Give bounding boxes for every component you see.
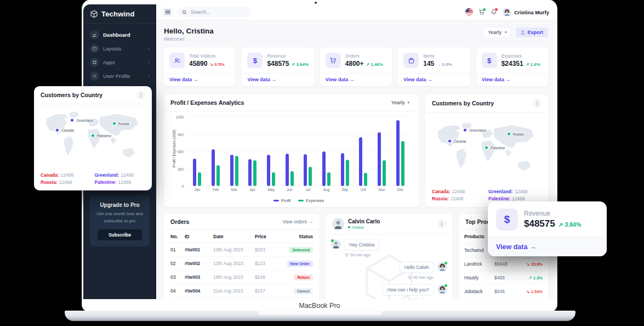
bar-group-feb — [207, 149, 225, 186]
chevron-down-icon: ▾ — [505, 30, 507, 35]
sidebar-item-label: Apps — [103, 59, 115, 65]
export-button[interactable]: Export — [516, 27, 548, 37]
column-header: Date — [213, 234, 255, 239]
subscribe-button[interactable]: Subscribe — [98, 229, 143, 240]
country-value: 12468 — [118, 179, 132, 185]
view-data-link[interactable]: View data → — [398, 73, 470, 86]
message-timestamp: 45 min ago — [331, 275, 434, 280]
bar-group-aug — [317, 151, 336, 186]
country-name: Palestine: — [488, 196, 510, 201]
chat-message: Hello Calvin — [331, 262, 447, 273]
y-tick-label: 600 — [174, 150, 184, 154]
product-row: Landrick$5648↘ 15.8% — [464, 257, 543, 271]
sidebar-item-dashboard[interactable]: Dashboard — [88, 29, 151, 41]
upgrade-title: Upgrade to Pro — [94, 202, 145, 208]
notification-bell-icon[interactable] — [491, 9, 497, 15]
kebab-menu-icon[interactable]: ⋮ — [437, 220, 446, 228]
view-data-link[interactable]: View data → — [164, 73, 236, 86]
stat-label: Orders — [345, 53, 383, 59]
country-value: 12468 — [451, 196, 464, 201]
marker-label: Russia — [117, 121, 130, 125]
trend-up-icon: ↗ — [558, 221, 563, 228]
sidebar-item-user-profile[interactable]: User Profile› — [88, 70, 151, 82]
bar-expenses — [216, 165, 220, 186]
search-icon — [182, 10, 187, 15]
sidebar-item-apps[interactable]: Apps› — [88, 57, 151, 68]
sidebar-item-layouts[interactable]: Layouts› — [88, 43, 151, 54]
product-name: Landrick — [464, 261, 494, 267]
bar-profit — [212, 149, 215, 186]
chat-bubble: How can i help you? — [382, 284, 434, 295]
view-data-link[interactable]: View data → — [320, 73, 392, 86]
map-marker-greenland: Greenland — [464, 128, 487, 132]
sidebar-item-label: Dashboard — [103, 32, 130, 38]
product-price: $546 — [494, 289, 518, 294]
chart-legend: ProfitExpenses — [186, 195, 412, 207]
table-header-row: No.IDDatePriceStatus — [170, 230, 313, 243]
avatar — [331, 239, 341, 249]
order-row: 02#tw00213th Aug 2023$123New Order — [170, 257, 313, 271]
order-no: 02 — [170, 261, 185, 266]
order-date: 21st Aug 2023 — [213, 288, 255, 294]
bar-group-sep — [335, 153, 354, 186]
clock-icon — [408, 276, 412, 279]
user-menu[interactable]: Cristina Murfy — [503, 8, 549, 16]
bar-profit — [193, 159, 196, 186]
period-select[interactable]: Yearly ▾ — [483, 27, 511, 38]
page-subtitle: Welcome! — [164, 36, 214, 42]
bar-group-dec — [391, 120, 409, 186]
arrow-right-icon: → — [505, 77, 510, 82]
customers-by-country-float-card: Customers by Country ⋮ CanadaGreenlandRu… — [34, 86, 152, 190]
marker-label: Russia — [512, 132, 525, 136]
bar-group-oct — [354, 137, 373, 186]
world-map: CanadaGreenlandRussiaPalestine — [431, 116, 543, 184]
bar-group-nov — [373, 132, 391, 186]
arrow-right-icon: → — [350, 77, 355, 82]
chart-bars — [186, 117, 412, 186]
chat-status: Online — [348, 225, 434, 230]
x-tick-label: Aug — [317, 188, 336, 192]
brand[interactable]: Techwind — [83, 4, 156, 24]
status-badge: Delivered — [289, 247, 313, 253]
stat-value: $24351 — [501, 60, 523, 68]
search-input[interactable] — [190, 9, 247, 15]
bar-profit — [396, 120, 400, 186]
sidebar-item-label: User Profile — [103, 73, 130, 79]
legend-item-profit[interactable]: Profit — [273, 198, 291, 203]
country-stat-palestine: Palestine:12468 — [95, 179, 146, 185]
legend-item-expenses[interactable]: Expenses — [298, 198, 324, 203]
kebab-menu-icon[interactable]: ⋮ — [533, 99, 542, 108]
revenue-value: $48575 — [524, 218, 555, 229]
shopping-cart-icon[interactable] — [478, 9, 485, 15]
order-id: #tw004 — [185, 288, 213, 294]
order-no: 03 — [170, 274, 185, 280]
x-tick-label: Jan — [188, 188, 207, 192]
map-marker-canada: Canada — [448, 139, 468, 143]
search-box[interactable] — [178, 7, 251, 17]
us-flag-icon[interactable] — [465, 8, 473, 16]
x-tick-label: Jun — [280, 188, 299, 192]
kebab-menu-icon[interactable]: ⋮ — [136, 91, 145, 99]
y-tick-label: 0 — [174, 184, 184, 188]
order-price: $123 — [255, 261, 279, 266]
chart-period-select[interactable]: Yearly ▾ — [388, 99, 413, 106]
menu-toggle-icon[interactable] — [163, 7, 173, 17]
message-timestamp: 59 min ago — [345, 252, 447, 257]
y-tick-label: 300 — [174, 167, 184, 171]
bar-expenses — [235, 156, 238, 186]
view-data-link[interactable]: View data → — [242, 73, 314, 86]
view-data-link[interactable]: View data → — [476, 73, 548, 86]
legend-label: Expenses — [306, 198, 324, 203]
upload-icon — [521, 30, 525, 35]
view-orders-link[interactable]: View orders → — [282, 219, 313, 224]
stat-label: Expenses — [501, 53, 540, 59]
chevron-down-icon: ▾ — [407, 100, 409, 105]
country-value: 12468 — [515, 189, 528, 194]
country-stat-canada: Canada:12468 — [41, 172, 92, 178]
bar-profit — [341, 153, 344, 186]
x-tick-label: Apr — [243, 188, 262, 192]
product-name: Hously — [464, 275, 494, 280]
view-data-link[interactable]: View data → — [488, 237, 607, 256]
legend-label: Profit — [281, 198, 291, 203]
brand-logo-icon — [90, 10, 98, 18]
